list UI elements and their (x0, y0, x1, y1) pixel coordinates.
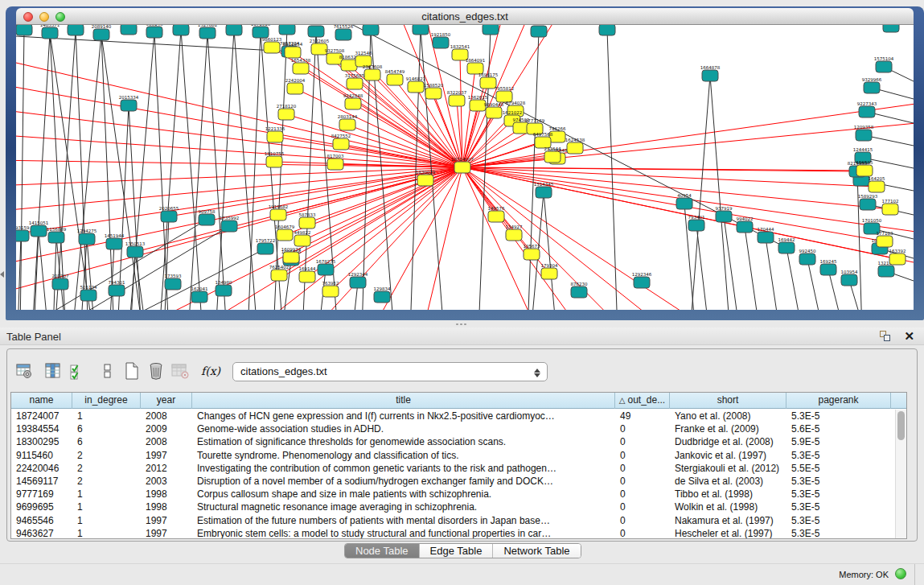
graph-node[interactable]: 173593 (165, 274, 182, 290)
graph-node[interactable]: 763952 (322, 281, 339, 297)
function-icon[interactable]: f(x) (200, 360, 221, 381)
table-row[interactable]: 969969511998Structural magnetic resonanc… (11, 501, 895, 513)
graph-node[interactable]: 105673 (524, 244, 540, 260)
graph-node[interactable]: 1451944 (105, 233, 125, 249)
graph-node[interactable]: 1588520 (424, 83, 444, 99)
graph-node[interactable]: 9146821 (406, 76, 426, 93)
graph-node[interactable]: 111216 (883, 25, 900, 32)
tab-network-table[interactable]: Network Table (493, 544, 580, 558)
graph-node[interactable]: 170444 (758, 227, 774, 243)
table-row[interactable]: 2242004622012Investigating the contribut… (11, 462, 895, 475)
table-row[interactable]: 911546021997Tourette syndrome. Phenomeno… (11, 449, 895, 462)
column-header-short[interactable]: short (670, 393, 786, 409)
graph-node[interactable]: 179304 (541, 263, 558, 279)
graph-node[interactable]: 2803144 (338, 114, 358, 130)
graph-node[interactable]: 1830029 (416, 170, 436, 186)
graph-node[interactable]: 169442 (778, 237, 795, 253)
graph-node[interactable]: 1294275 (77, 229, 97, 245)
graph-node[interactable]: 937919 (716, 206, 733, 222)
trash-icon[interactable] (146, 360, 166, 381)
graph-node[interactable]: 2242004 (285, 78, 306, 94)
graph-node[interactable]: 817003 (327, 154, 344, 170)
graph-node[interactable]: 1624538 (565, 138, 585, 154)
graph-node[interactable]: 1527602 (198, 25, 218, 39)
graph-node[interactable]: 1654338 (291, 58, 311, 74)
graph-node[interactable]: 794301 (109, 280, 125, 296)
graph-node[interactable]: 1467135 (306, 25, 326, 37)
graph-node[interactable]: 162041 (191, 286, 208, 303)
network-window[interactable]: citations_edges.txt 16489114055719348812… (6, 6, 924, 320)
graph-node[interactable]: 1221336 (265, 126, 285, 142)
table-selector-dropdown[interactable]: citations_edges.txt (232, 362, 548, 381)
graph-node[interactable]: 6466161 (224, 25, 244, 35)
graph-node[interactable]: 793401 (688, 215, 705, 231)
graph-node[interactable]: 1209358 (854, 125, 874, 141)
graph-node[interactable]: 7955812 (495, 86, 515, 102)
scrollbar-thumb[interactable] (897, 411, 905, 440)
table-row[interactable]: 946362711997Embryonic stem cells: a mode… (11, 527, 895, 538)
graph-node[interactable]: 1575104 (874, 56, 894, 72)
graph-node[interactable]: 1603380 (277, 25, 298, 35)
graph-node[interactable]: 164891 (16, 25, 33, 35)
graph-node[interactable]: 149576 (488, 206, 505, 222)
column-header-name[interactable]: name (11, 393, 72, 409)
tab-node-table[interactable]: Node Table (345, 544, 420, 558)
table-row[interactable]: 946554611997Estimation of the future num… (11, 514, 895, 527)
graph-node[interactable]: 8322037 (447, 90, 467, 106)
delete-table-icon[interactable] (170, 360, 191, 381)
float-panel-icon[interactable] (880, 331, 892, 342)
graph-node[interactable]: 1735992 (220, 216, 240, 232)
graph-node[interactable]: 8427552 (331, 134, 351, 150)
graph-node[interactable]: 1651024 (361, 25, 381, 35)
graph-node[interactable]: 159585 (856, 160, 873, 176)
graph-node[interactable]: 2718120 (277, 104, 297, 120)
graph-node[interactable]: 1678275 (316, 259, 336, 275)
table-settings-icon[interactable] (14, 360, 35, 381)
graph-node[interactable]: 1604679 (275, 225, 295, 241)
graph-node[interactable]: 1810543 (119, 25, 139, 35)
graph-node[interactable]: 2020655 (159, 206, 179, 222)
table-columns-icon[interactable] (43, 360, 64, 381)
graph-node[interactable]: 163392 (889, 249, 906, 265)
graph-node[interactable]: 505134 (80, 285, 97, 301)
graph-node[interactable]: 169245 (820, 259, 837, 275)
table-row[interactable]: 1938455462009Genome-wide association stu… (11, 422, 895, 435)
graph-node[interactable]: 1664878 (700, 65, 721, 81)
divider-grip-icon[interactable] (455, 323, 466, 326)
graph-node[interactable]: 9890448 (484, 102, 504, 118)
graph-node[interactable]: 876230 (571, 282, 588, 298)
column-header-out_de[interactable]: △out_de... (615, 393, 670, 409)
graph-node[interactable]: 934881 (68, 25, 84, 35)
network-canvas[interactable]: 1648911405571934881208914018105439361461… (16, 25, 914, 310)
rows-icon[interactable] (97, 360, 118, 381)
graph-node[interactable]: 449822 (294, 230, 311, 246)
table-vertical-scrollbar[interactable] (895, 410, 906, 538)
column-header-pagerank[interactable]: pagerank (786, 393, 891, 409)
graph-node[interactable]: 7615526 (334, 25, 354, 40)
graph-node[interactable]: 1864091 (466, 58, 486, 74)
graph-node[interactable]: 1921850 (431, 32, 451, 48)
left-panel-collapse-arrow-icon[interactable] (0, 271, 4, 278)
graph-node[interactable]: 587833 (299, 212, 316, 229)
table-row[interactable]: 977716911998Corpus callosum shape and si… (11, 488, 895, 501)
graph-node[interactable]: 1609934 (281, 247, 302, 263)
close-panel-icon[interactable]: ✕ (904, 329, 914, 344)
graph-node[interactable]: 177102 (882, 199, 899, 215)
graph-node[interactable]: 393159 (16, 225, 30, 241)
graph-node[interactable]: 1405571 (40, 25, 60, 39)
graph-node[interactable]: 9242848 (343, 93, 363, 109)
graph-node[interactable]: 1589293 (858, 194, 878, 210)
graph-node[interactable]: 129834 (374, 286, 391, 303)
network-window-titlebar[interactable]: citations_edges.txt (16, 8, 914, 25)
graph-node[interactable]: 1350513 (125, 241, 146, 257)
graph-node[interactable]: 1234019 (529, 25, 549, 37)
graph-node[interactable]: 103954 (841, 270, 858, 286)
table-row[interactable]: 1872400712008Changes of HCN gene express… (11, 410, 895, 422)
column-header-year[interactable]: year (141, 393, 192, 409)
table-row[interactable]: 1456911722003Disruption of a novel membe… (11, 475, 895, 488)
graph-node[interactable]: 1156869 (47, 227, 67, 243)
graph-node[interactable]: 994022 (737, 216, 754, 233)
tab-edge-table[interactable]: Edge Table (420, 544, 494, 558)
graph-node[interactable]: 1919682 (269, 204, 289, 220)
graph-node[interactable]: 992450 (799, 249, 816, 265)
